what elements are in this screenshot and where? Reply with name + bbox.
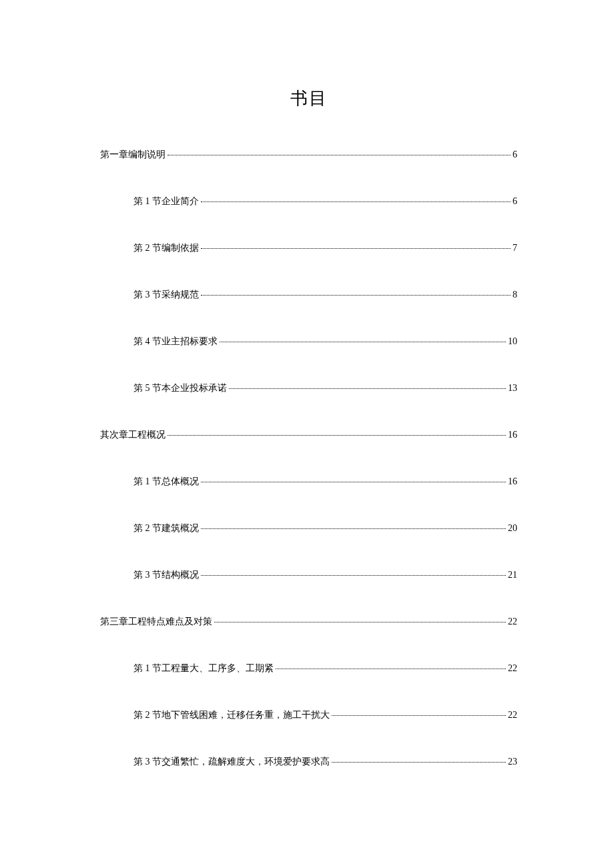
toc-entry: 第 2 节建筑概况 20 (100, 522, 517, 534)
toc-label: 第 5 节本企业投标承诺 (133, 382, 227, 394)
toc-entry: 第一章编制说明 6 (100, 149, 517, 161)
toc-label: 第 4 节业主招标要求 (133, 336, 218, 348)
toc-entry: 其次章工程概况 16 (100, 429, 517, 441)
toc-entry: 第 3 节交通繁忙，疏解难度大，环境爱护要求高 23 (100, 756, 517, 768)
toc-entry: 第 2 节编制依据 7 (100, 242, 517, 254)
toc-dots (214, 622, 506, 622)
toc-label: 第 3 节交通繁忙，疏解难度大，环境爱护要求高 (133, 756, 330, 768)
toc-label: 第 2 节建筑概况 (133, 522, 199, 534)
toc-page: 21 (508, 570, 517, 580)
toc-dots (201, 528, 506, 529)
toc-entry: 第 4 节业主招标要求 10 (100, 336, 517, 348)
toc-page: 7 (513, 243, 517, 254)
toc-page: 23 (508, 757, 517, 767)
toc-label: 第 1 节工程量大、工序多、工期紧 (133, 663, 274, 675)
toc-page: 22 (508, 616, 517, 627)
page-container: 书目 第一章编制说明 6 第 1 节企业简介 6 第 2 节编制依据 7 第 3… (0, 0, 614, 868)
toc-dots (201, 201, 511, 202)
toc-page: 13 (508, 383, 517, 394)
toc-page: 6 (513, 149, 517, 160)
toc-page: 22 (508, 710, 517, 721)
toc-dots (168, 435, 506, 436)
toc-dots (220, 342, 506, 342)
toc-entry: 第三章工程特点难点及对策 22 (100, 616, 517, 628)
toc-dots (229, 388, 506, 389)
toc-dots (332, 762, 506, 763)
toc-page: 6 (513, 196, 517, 207)
toc-entry: 第 3 节采纳规范 8 (100, 289, 517, 301)
toc-page: 20 (508, 523, 517, 534)
toc-label: 第三章工程特点难点及对策 (100, 616, 212, 628)
toc-dots (201, 295, 511, 296)
toc-page: 16 (508, 430, 517, 440)
toc-entry: 第 3 节结构概况 21 (100, 569, 517, 581)
toc-label: 第 3 节结构概况 (133, 569, 199, 581)
toc-dots (201, 248, 511, 249)
toc-entry: 第 1 节企业简介 6 (100, 195, 517, 207)
toc-entry: 第 5 节本企业投标承诺 13 (100, 382, 517, 394)
toc-entry: 第 1 节总体概况 16 (100, 476, 517, 488)
toc-page: 10 (508, 336, 517, 347)
toc-list: 第一章编制说明 6 第 1 节企业简介 6 第 2 节编制依据 7 第 3 节采… (100, 149, 517, 768)
toc-dots (201, 482, 506, 482)
toc-label: 第 1 节总体概况 (133, 476, 199, 488)
toc-dots (332, 715, 506, 716)
toc-label: 第 2 节编制依据 (133, 242, 199, 254)
toc-label: 第 1 节企业简介 (133, 195, 199, 207)
toc-label: 第 2 节地下管线困难，迁移任务重，施工干扰大 (133, 709, 330, 721)
toc-page: 8 (513, 290, 517, 300)
toc-label: 第一章编制说明 (100, 149, 166, 161)
toc-dots (201, 575, 506, 576)
toc-dots (168, 155, 511, 155)
toc-page: 22 (508, 663, 517, 674)
toc-label: 其次章工程概况 (100, 429, 166, 441)
toc-entry: 第 2 节地下管线困难，迁移任务重，施工干扰大 22 (100, 709, 517, 721)
toc-page: 16 (508, 476, 517, 487)
page-title: 书目 (100, 87, 517, 110)
toc-dots (276, 669, 506, 669)
toc-entry: 第 1 节工程量大、工序多、工期紧 22 (100, 663, 517, 675)
toc-label: 第 3 节采纳规范 (133, 289, 199, 301)
